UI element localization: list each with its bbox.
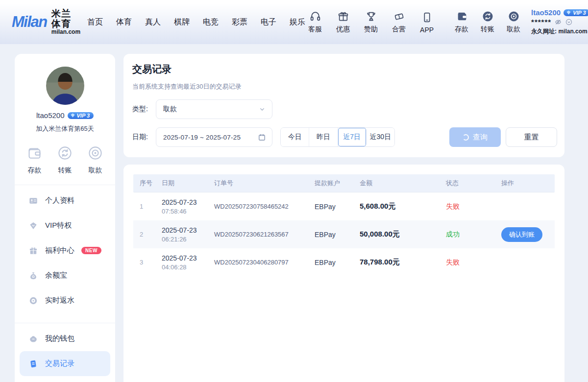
row-order-number: WD202507230758465242 [214, 203, 315, 210]
quicklink-sponsor[interactable]: 赞助 [361, 10, 381, 34]
phone-icon [421, 11, 433, 24]
row-account: EBPay [315, 203, 360, 211]
range-yesterday-button[interactable]: 昨日 [309, 128, 338, 146]
row-amount: 78,798.00元 [360, 258, 446, 267]
topbar-quick-links: 客服 优惠 赞助 合营 APP [305, 10, 523, 34]
quicklink-deposit[interactable]: 存款 [452, 10, 471, 34]
sidebar-username: ltao5200 [36, 111, 65, 119]
col-amount: 金额 [360, 179, 446, 188]
page-subtitle: 当前系统支持查询最近30日的交易记录 [132, 82, 557, 91]
sidebar-item-wallet[interactable]: 我的钱包 [15, 326, 115, 351]
join-days-text: 加入米兰体育第65天 [15, 124, 115, 133]
quicklink-partner[interactable]: 合营 [389, 10, 409, 34]
nav-slots[interactable]: 电子 [261, 17, 276, 27]
id-card-icon [28, 196, 38, 206]
row-status: 失败 [446, 258, 501, 267]
sidebar-item-bets[interactable]: 投注记录 [15, 376, 115, 382]
quicklink-label: 取款 [507, 25, 520, 34]
filter-card: 交易记录 当前系统支持查询最近30日的交易记录 类型: 取款 日期: 2025-… [123, 54, 564, 157]
eye-off-icon[interactable] [554, 18, 562, 26]
range-last30days-button[interactable]: 近30日 [367, 128, 394, 146]
type-select[interactable]: 取款 [156, 99, 272, 119]
username[interactable]: ltao5200 [531, 8, 561, 17]
row-amount: 50,008.00元 [360, 230, 446, 239]
col-action: 操作 [501, 179, 555, 188]
row-datetime: 2025-07-23 07:58:46 [162, 198, 214, 215]
transactions-table-card: 序号 日期 订单号 提款账户 金额 状态 操作 1 2025-07-23 07:… [123, 165, 564, 382]
sidebar-withdraw-button[interactable]: 取款 [87, 145, 103, 175]
divider [15, 323, 115, 323]
table-header-row: 序号 日期 订单号 提款账户 金额 状态 操作 [133, 174, 555, 192]
sidebar-deposit-button[interactable]: 存款 [26, 145, 43, 175]
quicklink-label: 存款 [455, 25, 468, 34]
sidebar-vip-badge: VIP 3 [68, 112, 94, 119]
loading-spinner-icon [463, 134, 469, 141]
chevron-circle-icon[interactable] [565, 18, 573, 26]
transfer-icon [482, 10, 494, 23]
nav-entertainment[interactable]: 娱乐 [290, 17, 305, 27]
date-label: 日期: [132, 133, 156, 142]
nav-sports[interactable]: 体育 [116, 17, 132, 27]
sidebar-item-benefits[interactable]: 福利中心 NEW [15, 238, 115, 263]
quicklink-label: 优惠 [336, 25, 350, 34]
row-status: 失败 [446, 202, 501, 211]
sidebar-avatar[interactable] [46, 67, 84, 105]
date-range-value: 2025-07-19 ~ 2025-07-25 [163, 134, 258, 141]
topbar: Milan 米兰体育 milan.com 首页 体育 真人 棋牌 电竞 彩票 电… [0, 0, 588, 44]
row-index: 1 [133, 203, 162, 210]
gift-icon [337, 10, 349, 23]
money-bag-icon [28, 271, 38, 281]
ticket-icon [393, 10, 405, 23]
sidebar-item-profile[interactable]: 个人资料 [15, 188, 115, 213]
quicklink-label: 转账 [481, 25, 494, 34]
wallet-icon [456, 10, 468, 23]
divider [15, 185, 115, 185]
logo-script-text: Milan [12, 13, 47, 31]
date-quick-ranges: 今日 昨日 近7日 近30日 [280, 127, 395, 147]
masked-balance: ****** [531, 20, 551, 24]
sidebar-item-transactions[interactable]: 交易记录 [20, 351, 110, 376]
logo-cn-name: 米兰体育 [51, 9, 80, 29]
sidebar-quick-actions: 存款 转账 取款 [26, 145, 103, 175]
range-today-button[interactable]: 今日 [281, 128, 309, 146]
trophy-icon [365, 10, 377, 23]
nav-chess[interactable]: 棋牌 [174, 17, 190, 27]
date-range-input[interactable]: 2025-07-19 ~ 2025-07-25 [156, 127, 272, 147]
quicklink-label: 赞助 [364, 25, 378, 34]
diamond-icon [70, 113, 75, 118]
nav-esports[interactable]: 电竞 [203, 17, 219, 27]
sidebar: ltao5200 VIP 3 加入米兰体育第65天 存款 转账 取款 [15, 54, 115, 382]
topbar-user-block: ltao5200 VIP 3 ****** 永久网址: milan.com [531, 8, 588, 36]
wallet-icon [26, 145, 43, 161]
nav-live[interactable]: 真人 [145, 17, 161, 27]
row-datetime: 2025-07-23 06:21:26 [162, 226, 214, 243]
sidebar-item-vip[interactable]: VIP特权 [15, 213, 115, 238]
nav-home[interactable]: 首页 [87, 17, 103, 27]
row-amount: 5,608.00元 [360, 202, 446, 211]
quicklink-transfer[interactable]: 转账 [478, 10, 497, 34]
query-button[interactable]: 查询 [449, 127, 501, 147]
row-index: 3 [133, 259, 162, 266]
nav-lottery[interactable]: 彩票 [232, 17, 247, 27]
col-date: 日期 [162, 179, 214, 188]
sidebar-item-rebate[interactable]: 实时返水 [15, 288, 115, 313]
new-badge: NEW [81, 247, 101, 254]
row-status: 成功 [446, 230, 501, 239]
reset-button[interactable]: 重置 [506, 127, 557, 147]
withdraw-icon [508, 10, 520, 23]
table-row: 3 2025-07-23 04:06:28 WD2025072304062807… [133, 248, 555, 276]
sidebar-item-yuebao[interactable]: 余额宝 [15, 263, 115, 288]
quicklink-app[interactable]: APP [417, 11, 437, 34]
quicklink-promo[interactable]: 优惠 [333, 10, 353, 34]
gift-icon [28, 246, 38, 256]
permanent-url: 永久网址: milan.com [531, 27, 588, 36]
quicklink-service[interactable]: 客服 [305, 10, 325, 34]
quicklink-withdraw[interactable]: 取款 [504, 10, 523, 34]
quicklink-label: 合营 [392, 25, 406, 34]
col-index: 序号 [133, 179, 162, 188]
sidebar-transfer-button[interactable]: 转账 [57, 145, 73, 175]
site-logo[interactable]: Milan 米兰体育 milan.com [12, 9, 80, 35]
confirm-receipt-button[interactable]: 确认到账 [501, 227, 542, 242]
range-last7days-button[interactable]: 近7日 [338, 128, 367, 146]
headset-icon [309, 10, 321, 23]
